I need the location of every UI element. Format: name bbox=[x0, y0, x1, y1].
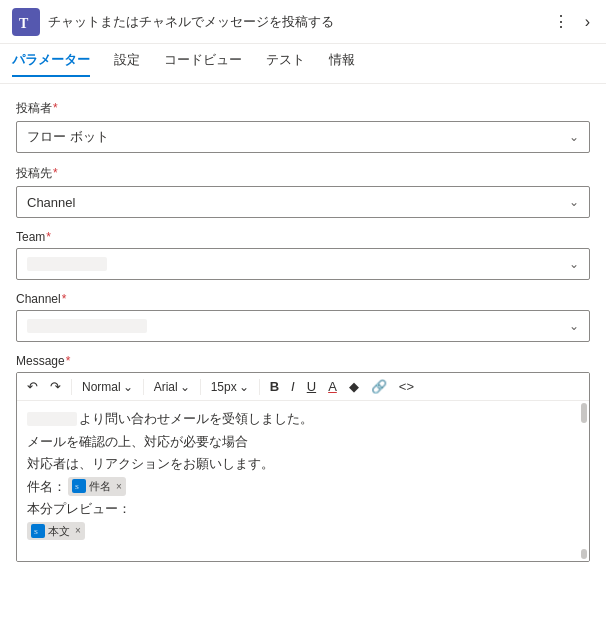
svg-text:S: S bbox=[34, 528, 38, 536]
toolbar-divider-4 bbox=[259, 379, 260, 395]
svg-text:T: T bbox=[19, 16, 29, 31]
style-dropdown[interactable]: Normal ⌄ bbox=[78, 378, 137, 396]
toolbar-divider-1 bbox=[71, 379, 72, 395]
redo-button[interactable]: ↷ bbox=[46, 377, 65, 396]
editor-body[interactable]: より問い合わせメールを受領しました。 メールを確認の上、対応が必要な場合 対応者… bbox=[17, 401, 589, 561]
message-line-2: メールを確認の上、対応が必要な場合 bbox=[27, 432, 579, 452]
font-label: Arial bbox=[154, 380, 178, 394]
code-icon: <> bbox=[399, 379, 414, 394]
team-placeholder bbox=[27, 257, 107, 271]
tab-parameters[interactable]: パラメーター bbox=[12, 51, 90, 77]
message-editor: ↶ ↷ Normal ⌄ Arial ⌄ 15px ⌄ bbox=[16, 372, 590, 562]
tab-code-view[interactable]: コードビュー bbox=[164, 51, 242, 77]
link-button[interactable]: 🔗 bbox=[367, 377, 391, 396]
destination-dropdown[interactable]: Channel ⌄ bbox=[16, 186, 590, 218]
teams-icon: T bbox=[12, 8, 40, 36]
poster-label: 投稿者* bbox=[16, 100, 590, 117]
body-token-icon: S bbox=[31, 524, 45, 538]
font-dropdown[interactable]: Arial ⌄ bbox=[150, 378, 194, 396]
team-dropdown[interactable]: ⌄ bbox=[16, 248, 590, 280]
italic-icon: I bbox=[291, 379, 295, 394]
poster-value: フロー ボット bbox=[27, 128, 109, 146]
body-token-label: 本文 bbox=[48, 523, 70, 540]
tab-test[interactable]: テスト bbox=[266, 51, 305, 77]
close-panel-button[interactable]: › bbox=[581, 11, 594, 33]
svg-text:S: S bbox=[75, 483, 79, 491]
body-token-chip[interactable]: S 本文 × bbox=[27, 522, 85, 541]
message-line-1: より問い合わせメールを受領しました。 bbox=[27, 409, 579, 429]
font-color-button[interactable]: A bbox=[324, 377, 341, 396]
content-area: 投稿者* フロー ボット ⌄ 投稿先* Channel ⌄ Team* ⌄ Ch… bbox=[0, 84, 606, 619]
scrollbar-top bbox=[581, 403, 587, 423]
line1-text: より問い合わせメールを受領しました。 bbox=[79, 409, 313, 429]
italic-button[interactable]: I bbox=[287, 377, 299, 396]
message-line-3: 対応者は、リアクションをお願いします。 bbox=[27, 454, 579, 474]
toolbar-divider-3 bbox=[200, 379, 201, 395]
message-field-group: Message* ↶ ↷ Normal ⌄ Arial ⌄ bbox=[16, 354, 590, 562]
poster-dropdown[interactable]: フロー ボット ⌄ bbox=[16, 121, 590, 153]
destination-value: Channel bbox=[27, 195, 75, 210]
line3-text: 対応者は、リアクションをお願いします。 bbox=[27, 454, 274, 474]
bold-icon: B bbox=[270, 379, 279, 394]
more-options-button[interactable]: ⋮ bbox=[549, 10, 573, 33]
destination-field-group: 投稿先* Channel ⌄ bbox=[16, 165, 590, 218]
style-arrow: ⌄ bbox=[123, 380, 133, 394]
scrollbar-bottom bbox=[581, 549, 587, 559]
style-label: Normal bbox=[82, 380, 121, 394]
subject-token-chip[interactable]: S 件名 × bbox=[68, 477, 126, 496]
line2-text: メールを確認の上、対応が必要な場合 bbox=[27, 432, 248, 452]
font-arrow: ⌄ bbox=[180, 380, 190, 394]
message-line-4: 件名： S 件名 × bbox=[27, 477, 579, 497]
highlight-button[interactable]: ◆ bbox=[345, 377, 363, 396]
team-dropdown-arrow: ⌄ bbox=[569, 257, 579, 271]
tabs-bar: パラメーター 設定 コードビュー テスト 情報 bbox=[0, 44, 606, 84]
toolbar-divider-2 bbox=[143, 379, 144, 395]
bold-button[interactable]: B bbox=[266, 377, 283, 396]
undo-icon: ↶ bbox=[27, 379, 38, 394]
tab-settings[interactable]: 設定 bbox=[114, 51, 140, 77]
channel-label: Channel* bbox=[16, 292, 590, 306]
subject-token-close[interactable]: × bbox=[116, 479, 122, 494]
editor-toolbar: ↶ ↷ Normal ⌄ Arial ⌄ 15px ⌄ bbox=[17, 373, 589, 401]
channel-dropdown-arrow: ⌄ bbox=[569, 319, 579, 333]
poster-field-group: 投稿者* フロー ボット ⌄ bbox=[16, 100, 590, 153]
size-dropdown[interactable]: 15px ⌄ bbox=[207, 378, 253, 396]
tab-info[interactable]: 情報 bbox=[329, 51, 355, 77]
highlight-icon: ◆ bbox=[349, 379, 359, 394]
redo-icon: ↷ bbox=[50, 379, 61, 394]
font-color-icon: A bbox=[328, 379, 337, 394]
link-icon: 🔗 bbox=[371, 379, 387, 394]
destination-dropdown-arrow: ⌄ bbox=[569, 195, 579, 209]
channel-field-group: Channel* ⌄ bbox=[16, 292, 590, 342]
size-label: 15px bbox=[211, 380, 237, 394]
team-label: Team* bbox=[16, 230, 590, 244]
line5-text: 本分プレビュー： bbox=[27, 499, 131, 519]
code-button[interactable]: <> bbox=[395, 377, 418, 396]
more-options-icon: ⋮ bbox=[553, 12, 569, 31]
undo-button[interactable]: ↶ bbox=[23, 377, 42, 396]
underline-icon: U bbox=[307, 379, 316, 394]
subject-token-icon: S bbox=[72, 479, 86, 493]
underline-button[interactable]: U bbox=[303, 377, 320, 396]
top-bar-title: チャットまたはチャネルでメッセージを投稿する bbox=[48, 13, 334, 31]
sender-chip bbox=[27, 412, 77, 426]
team-field-group: Team* ⌄ bbox=[16, 230, 590, 280]
message-line-6: S 本文 × bbox=[27, 522, 579, 541]
top-bar: T チャットまたはチャネルでメッセージを投稿する ⋮ › bbox=[0, 0, 606, 44]
message-line-5: 本分プレビュー： bbox=[27, 499, 579, 519]
poster-dropdown-arrow: ⌄ bbox=[569, 130, 579, 144]
line4-prefix: 件名： bbox=[27, 477, 66, 497]
top-bar-right: ⋮ › bbox=[549, 10, 594, 33]
channel-dropdown[interactable]: ⌄ bbox=[16, 310, 590, 342]
close-icon: › bbox=[585, 13, 590, 31]
body-token-close[interactable]: × bbox=[75, 523, 81, 538]
size-arrow: ⌄ bbox=[239, 380, 249, 394]
channel-placeholder bbox=[27, 319, 147, 333]
subject-token-label: 件名 bbox=[89, 478, 111, 495]
destination-label: 投稿先* bbox=[16, 165, 590, 182]
top-bar-left: T チャットまたはチャネルでメッセージを投稿する bbox=[12, 8, 334, 36]
message-label: Message* bbox=[16, 354, 590, 368]
